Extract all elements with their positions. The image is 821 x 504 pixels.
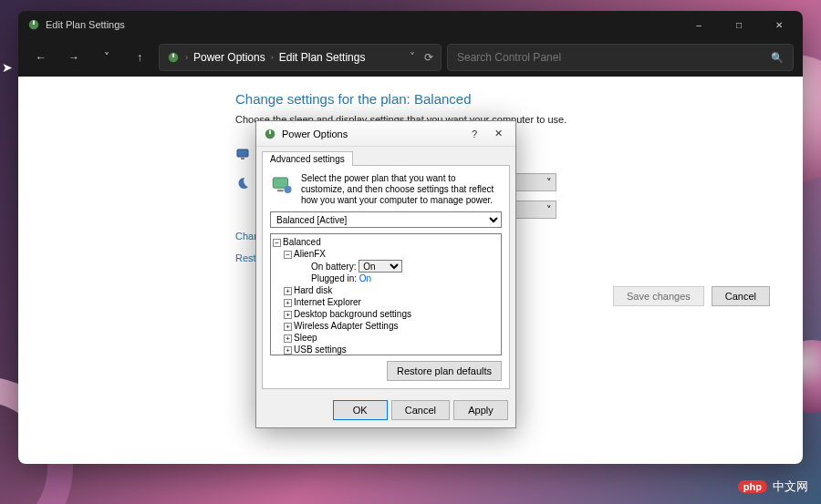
plugged-in-label: Plugged in: (311, 273, 357, 283)
power-plan-select[interactable]: Balanced [Active] (270, 211, 502, 228)
power-icon (264, 128, 276, 140)
help-button[interactable]: ? (462, 125, 486, 143)
forward-button[interactable]: → (60, 44, 88, 71)
tree-root[interactable]: Balanced (283, 237, 321, 247)
minimize-button[interactable]: – (679, 11, 719, 38)
tree-item[interactable]: Desktop background settings (294, 309, 411, 319)
expand-icon[interactable]: + (284, 311, 292, 319)
watermark: php 中文网 (738, 478, 808, 495)
cancel-button[interactable]: Cancel (712, 286, 770, 306)
svg-rect-9 (277, 190, 284, 191)
up-button[interactable]: ↑ (126, 44, 153, 71)
close-button[interactable]: ✕ (759, 11, 799, 38)
breadcrumb-root[interactable]: Power Options (193, 51, 265, 64)
window-title: Edit Plan Settings (46, 19, 125, 30)
tree-item[interactable]: Sleep (294, 333, 317, 343)
dialog-description: Select the power plan that you want to c… (301, 173, 502, 206)
svg-rect-7 (269, 129, 271, 133)
power-options-dialog: Power Options ? ✕ Advanced settings Sele… (255, 120, 516, 428)
chevron-right-icon: › (185, 53, 188, 62)
apply-button[interactable]: Apply (453, 400, 508, 420)
on-battery-select[interactable]: On (359, 260, 402, 273)
tree-item[interactable]: Wireless Adapter Settings (294, 321, 399, 331)
address-dropdown-icon[interactable]: ˅ (410, 51, 415, 64)
battery-monitor-icon (270, 173, 294, 197)
expand-icon[interactable]: + (284, 299, 292, 307)
chevron-right-icon: › (271, 53, 274, 62)
monitor-icon (235, 147, 250, 161)
expand-icon[interactable]: + (284, 346, 292, 355)
breadcrumb-current[interactable]: Edit Plan Settings (279, 51, 366, 64)
expand-icon[interactable]: + (284, 323, 292, 331)
power-icon (27, 18, 40, 31)
restore-defaults-button[interactable]: Restore plan defaults (387, 361, 502, 381)
collapse-icon[interactable]: − (273, 239, 281, 247)
svg-rect-8 (273, 178, 287, 188)
save-button[interactable]: Save changes (613, 286, 704, 306)
collapse-icon[interactable]: − (284, 251, 292, 259)
refresh-icon[interactable]: ⟳ (424, 51, 433, 64)
titlebar: Edit Plan Settings – □ ✕ (18, 11, 803, 38)
tab-panel: Select the power plan that you want to c… (262, 165, 510, 389)
watermark-logo: php (738, 480, 767, 493)
ok-button[interactable]: OK (333, 400, 388, 420)
tree-item[interactable]: USB settings (294, 345, 347, 355)
expand-icon[interactable]: + (284, 287, 292, 295)
watermark-text: 中文网 (773, 478, 808, 495)
cancel-button[interactable]: Cancel (391, 400, 450, 420)
expand-icon[interactable]: + (284, 334, 292, 343)
settings-tree[interactable]: −Balanced −AlienFX On battery: On Plugge… (270, 233, 502, 355)
search-icon: 🔍 (771, 52, 784, 64)
svg-rect-1 (33, 21, 35, 25)
dialog-close-button[interactable]: ✕ (486, 125, 510, 143)
svg-rect-5 (241, 158, 244, 159)
toolbar: ← → ˅ ↑ › Power Options › Edit Plan Sett… (18, 38, 803, 77)
moon-icon (235, 176, 250, 190)
svg-rect-3 (172, 54, 174, 57)
tab-bar: Advanced settings (256, 147, 515, 165)
tree-item[interactable]: Hard disk (294, 285, 332, 295)
page-heading: Change settings for the plan: Balanced (235, 91, 775, 107)
dialog-button-row: OK Cancel Apply (256, 395, 515, 427)
plugged-in-value[interactable]: On (359, 273, 371, 283)
svg-rect-4 (237, 149, 248, 157)
dialog-titlebar: Power Options ? ✕ (256, 121, 515, 147)
tree-item[interactable]: Internet Explorer (294, 297, 361, 307)
on-battery-label: On battery: (311, 262, 356, 272)
recent-locations-button[interactable]: ˅ (93, 44, 120, 71)
search-bar[interactable]: 🔍 (447, 44, 794, 71)
power-icon (167, 51, 180, 64)
address-bar[interactable]: › Power Options › Edit Plan Settings ˅ ⟳ (159, 44, 442, 71)
back-button[interactable]: ← (27, 44, 55, 71)
tab-advanced[interactable]: Advanced settings (262, 151, 353, 166)
maximize-button[interactable]: □ (719, 11, 759, 38)
svg-point-10 (284, 186, 291, 193)
search-input[interactable] (457, 51, 771, 64)
tree-alienfx[interactable]: AlienFX (294, 249, 326, 259)
dialog-title: Power Options (282, 129, 348, 139)
